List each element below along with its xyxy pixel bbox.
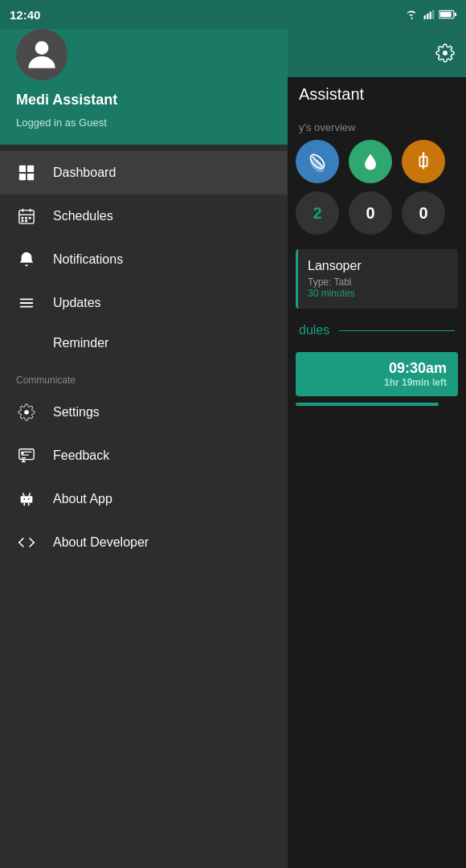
schedules-icon bbox=[16, 206, 37, 227]
svg-rect-23 bbox=[20, 302, 34, 304]
sidebar-item-reminder[interactable]: Reminder bbox=[0, 325, 288, 362]
time-left: 1hr 19min left bbox=[307, 377, 447, 388]
medicine-card: Lansoper Type: Tabl 30 minutes bbox=[296, 249, 458, 309]
main-content: Assistant y's overview 2 0 bbox=[288, 0, 466, 868]
injection-icon-circle bbox=[402, 140, 445, 183]
drawer-subtitle: Logged in as Guest bbox=[16, 117, 272, 129]
drawer: Medi Assistant Logged in as Guest Dashbo… bbox=[0, 0, 288, 868]
updates-icon bbox=[16, 293, 37, 313]
dashboard-icon bbox=[16, 162, 37, 183]
feedback-icon bbox=[16, 445, 37, 466]
svg-rect-21 bbox=[25, 220, 27, 223]
sidebar-item-dashboard[interactable]: Dashboard bbox=[0, 151, 288, 194]
drop-icon-circle bbox=[349, 140, 392, 183]
svg-rect-22 bbox=[20, 299, 34, 301]
svg-rect-7 bbox=[455, 13, 456, 17]
svg-rect-1 bbox=[424, 15, 426, 19]
medicine-timing: 30 minutes bbox=[308, 288, 448, 299]
svg-rect-3 bbox=[430, 12, 431, 19]
sidebar-item-schedules[interactable]: Schedules bbox=[0, 194, 288, 238]
time-display: 09:30am bbox=[307, 360, 447, 377]
svg-rect-11 bbox=[19, 174, 26, 180]
sidebar-item-notifications[interactable]: Notifications bbox=[0, 238, 288, 281]
main-title: Assistant bbox=[288, 77, 466, 112]
battery-icon bbox=[439, 10, 456, 19]
nav-list: Dashboard Schedules bbox=[0, 145, 288, 868]
svg-rect-2 bbox=[427, 14, 428, 19]
main-header bbox=[288, 29, 466, 77]
schedules-label: Schedules bbox=[53, 209, 113, 223]
medicine-name: Lansoper bbox=[308, 259, 448, 273]
svg-point-30 bbox=[28, 498, 30, 500]
count-2: 2 bbox=[296, 191, 339, 235]
avatar bbox=[16, 29, 67, 80]
medicine-type: Type: Tabl bbox=[308, 276, 448, 288]
svg-point-32 bbox=[22, 493, 24, 494]
svg-point-25 bbox=[24, 410, 29, 415]
pill-icon-circle bbox=[296, 140, 339, 183]
schedules-section-label: dules bbox=[288, 315, 466, 346]
feedback-label: Feedback bbox=[53, 448, 109, 463]
svg-point-0 bbox=[411, 18, 413, 19]
svg-rect-6 bbox=[440, 12, 452, 17]
svg-point-31 bbox=[29, 493, 31, 494]
status-bar: 12:40 bbox=[0, 0, 466, 29]
reminder-label: Reminder bbox=[53, 336, 108, 350]
svg-rect-10 bbox=[27, 166, 34, 172]
settings-icon-main[interactable] bbox=[435, 43, 455, 63]
status-icons bbox=[407, 9, 456, 20]
medicine-count-row: 2 0 0 bbox=[288, 191, 466, 243]
developer-icon bbox=[16, 532, 37, 553]
sidebar-item-feedback[interactable]: Feedback bbox=[0, 434, 288, 477]
svg-rect-17 bbox=[22, 217, 24, 219]
count-0a: 0 bbox=[349, 191, 392, 235]
sidebar-item-about-app[interactable]: About App bbox=[0, 477, 288, 521]
svg-rect-9 bbox=[19, 166, 26, 172]
signal-icon bbox=[423, 9, 435, 20]
medicine-icon-row bbox=[288, 140, 466, 191]
sidebar-item-updates[interactable]: Updates bbox=[0, 281, 288, 325]
about-app-label: About App bbox=[53, 492, 112, 506]
svg-rect-18 bbox=[25, 217, 27, 219]
app-name: Medi Assistant bbox=[16, 92, 272, 108]
svg-rect-19 bbox=[29, 217, 31, 219]
dashboard-label: Dashboard bbox=[53, 166, 116, 180]
notifications-label: Notifications bbox=[53, 252, 123, 267]
count-0b: 0 bbox=[402, 191, 445, 235]
svg-rect-24 bbox=[20, 306, 34, 308]
updates-label: Updates bbox=[53, 296, 101, 310]
settings-icon bbox=[16, 402, 37, 423]
progress-bar bbox=[296, 403, 439, 406]
status-time: 12:40 bbox=[10, 8, 40, 22]
svg-point-8 bbox=[35, 41, 49, 55]
about-developer-label: About Developer bbox=[53, 535, 149, 550]
svg-rect-12 bbox=[27, 174, 34, 180]
time-card: 09:30am 1hr 19min left bbox=[296, 352, 458, 396]
sidebar-item-about-developer[interactable]: About Developer bbox=[0, 521, 288, 564]
overview-label: y's overview bbox=[288, 112, 466, 140]
svg-point-29 bbox=[23, 498, 25, 500]
svg-rect-4 bbox=[432, 10, 434, 19]
communicate-section-label: Communicate bbox=[0, 362, 288, 391]
android-icon bbox=[16, 489, 37, 510]
svg-rect-20 bbox=[22, 220, 24, 223]
wifi-icon bbox=[407, 9, 419, 20]
notifications-icon bbox=[16, 249, 37, 270]
svg-point-33 bbox=[443, 51, 448, 55]
sidebar-item-settings[interactable]: Settings bbox=[0, 391, 288, 434]
settings-label: Settings bbox=[53, 405, 100, 420]
